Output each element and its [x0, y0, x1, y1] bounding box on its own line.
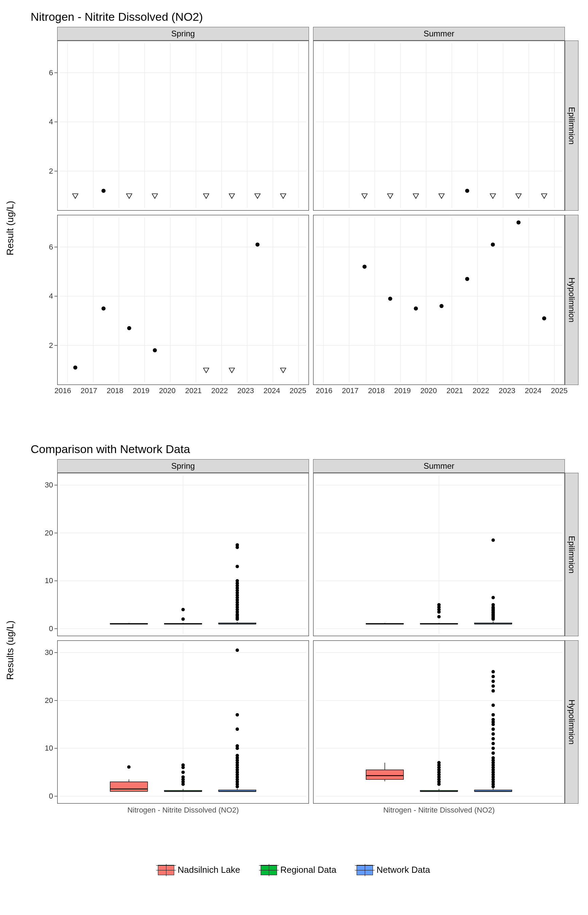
svg-point-278: [491, 670, 495, 673]
svg-point-60: [255, 242, 260, 246]
strip-summer-b: Summer: [313, 459, 565, 473]
x-tick: 2021: [185, 386, 202, 395]
panel-bot-summer-hypo: [313, 640, 565, 804]
svg-point-128: [236, 579, 239, 582]
x-tick: 2020: [159, 386, 176, 395]
legend-key: Nadsilnich Lake: [158, 865, 240, 875]
svg-point-82: [542, 316, 546, 320]
x-tick: 2017: [81, 386, 97, 395]
panel-bot-spring-epi: [57, 473, 309, 636]
bot-row-hypo: 0102030 Hypolimnion: [37, 640, 578, 804]
svg-point-276: [491, 679, 495, 683]
legend-label: Network Data: [376, 865, 430, 875]
svg-text:10: 10: [45, 576, 53, 585]
svg-rect-61: [313, 215, 565, 385]
svg-text:20: 20: [45, 696, 53, 705]
chart-top-title: Nitrogen - Nitrite Dissolved (NO2): [31, 10, 574, 24]
chart-top-ylabel: Result (ug/L): [5, 201, 16, 255]
top-x-ticks: 2016201720182019202020212022202320242025…: [31, 385, 584, 395]
svg-point-275: [491, 685, 495, 688]
x-tick: 2022: [211, 386, 228, 395]
svg-point-57: [102, 306, 105, 310]
top-col-strips: Spring Summer: [37, 27, 578, 40]
strip-hypo-b: Hypolimnion: [565, 640, 578, 804]
svg-text:4: 4: [49, 118, 53, 126]
svg-point-274: [491, 689, 495, 693]
svg-point-58: [127, 326, 131, 330]
svg-point-76: [388, 296, 393, 301]
svg-text:30: 30: [45, 481, 53, 489]
legend-key: Network Data: [357, 865, 430, 875]
legend: Nadsilnich LakeRegional DataNetwork Data: [14, 865, 574, 875]
svg-point-105: [181, 618, 185, 621]
svg-text:10: 10: [45, 744, 53, 752]
svg-point-106: [181, 608, 185, 611]
svg-point-79: [465, 277, 469, 281]
svg-text:6: 6: [49, 68, 53, 77]
svg-text:0: 0: [49, 792, 53, 800]
svg-point-78: [439, 304, 444, 308]
svg-point-218: [236, 744, 239, 747]
panel-top-summer-hypo: [313, 215, 565, 385]
top-row-hypo: 246 Hypolimnion: [37, 215, 578, 385]
svg-point-262: [491, 756, 495, 760]
bot-row-epi: 0102030 Epilimnion: [37, 473, 578, 636]
svg-point-221: [236, 648, 239, 652]
x-tick: 2016: [55, 386, 71, 395]
svg-point-264: [491, 747, 495, 750]
legend-swatch: [261, 865, 277, 875]
svg-text:30: 30: [45, 648, 53, 656]
svg-point-219: [236, 727, 239, 731]
chart-bottom-title: Comparison with Network Data: [31, 443, 574, 456]
svg-point-146: [437, 615, 441, 619]
svg-point-75: [362, 265, 367, 268]
x-tick: 2025: [289, 386, 306, 395]
svg-point-168: [491, 538, 495, 542]
x-tick: 2016: [316, 386, 333, 395]
svg-rect-6: [58, 41, 309, 211]
svg-point-59: [153, 348, 157, 352]
svg-point-131: [236, 543, 239, 547]
top-row-epi: 246 Epilimnion: [37, 40, 578, 211]
bot-xlabel-1: Nitrogen - Nitrite Dissolved (NO2): [313, 806, 565, 815]
svg-point-80: [491, 242, 495, 246]
svg-rect-185: [110, 782, 148, 791]
strip-hypo: Hypolimnion: [565, 215, 578, 385]
svg-point-268: [491, 727, 495, 731]
top-xticks-summer: 2016201720182019202020212022202320242025: [313, 385, 570, 395]
svg-point-166: [491, 603, 495, 606]
svg-point-273: [491, 703, 495, 707]
svg-rect-42: [58, 215, 309, 385]
svg-point-77: [414, 306, 418, 310]
x-tick: 2022: [473, 386, 489, 395]
svg-text:6: 6: [49, 243, 53, 251]
x-tick: 2023: [237, 386, 254, 395]
strip-epi: Epilimnion: [565, 40, 578, 211]
svg-point-35: [465, 189, 469, 193]
x-tick: 2019: [394, 386, 411, 395]
svg-point-20: [102, 189, 105, 193]
bot-col-strips: Spring Summer: [37, 459, 578, 473]
top-yaxis-epi: 246: [37, 40, 57, 211]
chart-bottom: Comparison with Network Data Results (ug…: [14, 443, 574, 844]
svg-point-167: [491, 596, 495, 600]
strip-epi-b: Epilimnion: [565, 473, 578, 636]
svg-point-198: [181, 763, 185, 767]
svg-point-196: [181, 771, 185, 774]
top-yaxis-hypo: 246: [37, 215, 57, 385]
legend-label: Regional Data: [280, 865, 336, 875]
bot-yaxis-epi: 0102030: [37, 473, 57, 636]
x-tick: 2017: [342, 386, 359, 395]
svg-point-187: [127, 765, 131, 769]
svg-point-272: [491, 713, 495, 716]
x-tick: 2023: [499, 386, 515, 395]
x-tick: 2020: [420, 386, 437, 395]
svg-rect-21: [313, 41, 565, 211]
legend-swatch: [357, 865, 373, 875]
legend-swatch: [158, 865, 174, 875]
svg-text:0: 0: [49, 624, 53, 633]
svg-point-195: [181, 776, 185, 779]
svg-point-245: [437, 761, 441, 765]
strip-summer: Summer: [313, 27, 565, 40]
strip-spring-b: Spring: [57, 459, 309, 473]
